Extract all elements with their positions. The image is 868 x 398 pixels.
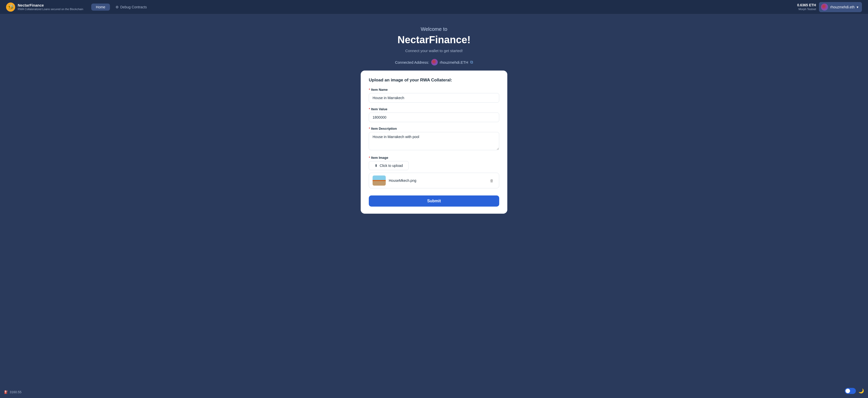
item-image-label: *Item Image (369, 156, 499, 159)
upload-icon: ⬆ (375, 163, 378, 167)
toggle-knob (845, 389, 850, 393)
item-name-label: *Item Name (369, 88, 499, 92)
required-marker-img: * (369, 156, 370, 159)
wallet-display: rhouzmehdi.ETH (440, 60, 468, 64)
brand: 🐝 NectarFinance RWA Collateralized Loans… (6, 3, 83, 12)
eth-amount: 0.6365 ETH (797, 3, 816, 7)
eth-network: Morph Testnet (797, 7, 816, 11)
chevron-down-icon: ▾ (857, 5, 858, 9)
item-description-field: *Item Description House in Marrakech wit… (369, 127, 499, 151)
connected-address: Connected Address: rhouzmehdi.ETH ⧉ (395, 59, 473, 65)
navbar: 🐝 NectarFinance RWA Collateralized Loans… (0, 0, 868, 14)
submit-button[interactable]: Submit (369, 195, 499, 207)
gas-value: 3160.55 (10, 390, 22, 394)
brand-name: NectarFinance (18, 3, 83, 8)
navbar-right: 0.6365 ETH Morph Testnet rhouzmehdi.eth … (797, 2, 862, 12)
item-name-field: *Item Name (369, 88, 499, 103)
required-marker-desc: * (369, 127, 370, 130)
item-description-input[interactable]: House in Marrakech with pool (369, 132, 499, 150)
welcome-title: NectarFinance! (398, 34, 471, 45)
wallet-avatar (821, 4, 828, 11)
file-preview: HouseMkech.png 🗑 (369, 173, 499, 188)
card-title: Upload an image of your RWA Collateral: (369, 78, 499, 83)
address-avatar (431, 59, 438, 65)
gas-indicator: ⛽ 3160.55 (4, 390, 22, 394)
wallet-button[interactable]: rhouzmehdi.eth ▾ (819, 2, 862, 12)
debug-label: Debug Contracts (120, 5, 147, 9)
file-thumbnail (373, 176, 386, 186)
main-content: Welcome to NectarFinance! Connect your w… (0, 14, 868, 234)
logo-emoji: 🐝 (8, 4, 14, 10)
theme-toggle-area: 🌙 (845, 388, 864, 394)
welcome-label: Welcome to (421, 26, 447, 32)
item-name-input[interactable] (369, 93, 499, 103)
nav-home-button[interactable]: Home (91, 4, 110, 11)
file-delete-button[interactable]: 🗑 (488, 177, 495, 184)
required-marker: * (369, 88, 370, 92)
item-description-label: *Item Description (369, 127, 499, 130)
brand-logo: 🐝 (6, 3, 15, 12)
nav-links: Home ⚙ Debug Contracts (91, 4, 797, 11)
required-marker-value: * (369, 107, 370, 111)
file-name: HouseMkech.png (389, 179, 485, 183)
item-image-field: *Item Image ⬆ Click to upload HouseMkech… (369, 156, 499, 188)
item-value-label: *Item Value (369, 107, 499, 111)
brand-subtitle: RWA Collateralized Loans secured on the … (18, 8, 83, 11)
moon-icon: 🌙 (858, 388, 864, 394)
eth-balance: 0.6365 ETH Morph Testnet (797, 3, 816, 11)
file-thumb-image (373, 176, 386, 186)
upload-button[interactable]: ⬆ Click to upload (369, 161, 409, 170)
debug-icon: ⚙ (116, 5, 119, 9)
upload-label: Click to upload (380, 163, 403, 167)
copy-icon[interactable]: ⧉ (470, 60, 473, 64)
item-value-field: *Item Value (369, 107, 499, 122)
upload-card: Upload an image of your RWA Collateral: … (361, 70, 507, 214)
wallet-address: rhouzmehdi.eth (830, 5, 855, 9)
theme-toggle[interactable] (845, 388, 856, 394)
nav-debug-button[interactable]: ⚙ Debug Contracts (111, 4, 151, 11)
connected-label: Connected Address: (395, 60, 429, 64)
welcome-subtitle: Connect your wallet to get started! (405, 49, 463, 53)
trash-icon: 🗑 (490, 179, 494, 183)
item-value-input[interactable] (369, 113, 499, 122)
gas-icon: ⛽ (4, 390, 8, 394)
brand-text: NectarFinance RWA Collateralized Loans s… (18, 3, 83, 11)
